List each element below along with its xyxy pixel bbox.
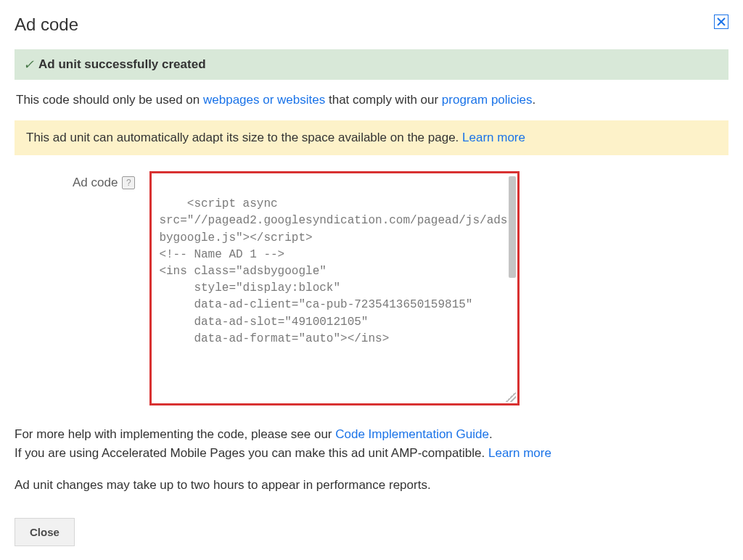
success-message: Ad unit successfully created (38, 57, 206, 72)
ad-code-content: <script async src="//pagead2.googlesyndi… (159, 197, 507, 345)
info-banner: This ad unit can automatically adapt its… (15, 120, 728, 155)
learn-more-amp-link[interactable]: Learn more (488, 446, 551, 460)
close-button[interactable]: Close (15, 518, 75, 546)
success-banner: ✓ Ad unit successfully created (15, 49, 728, 80)
close-icon[interactable] (714, 15, 728, 29)
checkmark-icon: ✓ (23, 57, 34, 73)
code-implementation-guide-link[interactable]: Code Implementation Guide (335, 427, 489, 441)
help-icon[interactable]: ? (122, 176, 135, 189)
webpages-link[interactable]: webpages or websites (203, 93, 325, 107)
help-text-1: For more help with implementing the code… (15, 427, 728, 442)
dialog-title: Ad code (15, 15, 78, 35)
resize-handle-icon[interactable] (506, 392, 516, 402)
ad-code-textarea[interactable]: <script async src="//pagead2.googlesyndi… (149, 171, 520, 405)
intro-text: This code should only be used on webpage… (15, 93, 728, 107)
learn-more-adaptive-link[interactable]: Learn more (462, 131, 525, 144)
changes-note: Ad unit changes may take up to two hours… (15, 478, 728, 493)
program-policies-link[interactable]: program policies (442, 93, 533, 107)
ad-code-label: Ad code ? (73, 171, 135, 190)
help-text-2: If you are using Accelerated Mobile Page… (15, 446, 728, 461)
scrollbar-thumb[interactable] (509, 176, 516, 278)
